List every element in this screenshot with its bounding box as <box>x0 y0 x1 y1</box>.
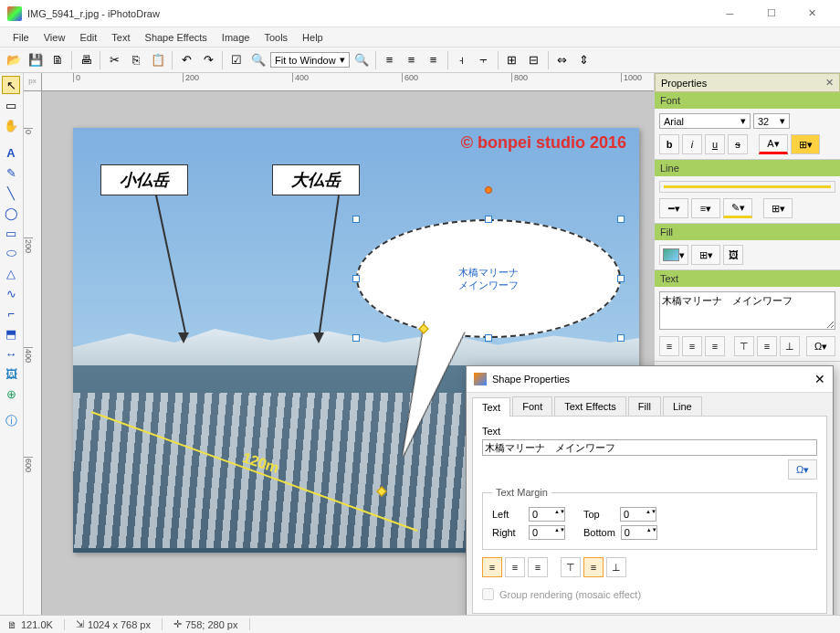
align-left-button[interactable]: ≡ <box>380 50 400 70</box>
dialog-text-input[interactable] <box>482 439 817 456</box>
dialog-titlebar[interactable]: Shape Properties ✕ <box>467 366 833 393</box>
pointer-tool[interactable]: ↖ <box>2 76 20 94</box>
minimize-button[interactable]: ─ <box>709 0 751 27</box>
info-tool[interactable]: ⓘ <box>2 412 20 430</box>
image-tool[interactable]: 🖼 <box>2 364 20 383</box>
callout-tool[interactable]: ⬒ <box>2 324 20 343</box>
fill-image-button[interactable]: 🖼 <box>723 245 743 265</box>
resize-handle-sw[interactable] <box>352 334 360 342</box>
text-align-center-button[interactable]: ≡ <box>682 336 702 356</box>
dlg-valign-top[interactable]: ⊤ <box>561 557 581 577</box>
tab-line[interactable]: Line <box>663 396 702 416</box>
copy-button[interactable]: ⎘ <box>126 50 146 70</box>
tab-font[interactable]: Font <box>512 396 552 416</box>
polyline-tool[interactable]: ⌐ <box>2 304 20 322</box>
text-align-right-button[interactable]: ≡ <box>705 336 725 356</box>
font-family-combo[interactable]: Arial▾ <box>659 113 751 129</box>
dlg-halign-right[interactable]: ≡ <box>528 557 548 577</box>
dlg-valign-mid[interactable]: ≡ <box>583 557 604 577</box>
close-button[interactable]: ✕ <box>792 0 833 27</box>
resize-handle-w[interactable] <box>352 275 360 282</box>
dlg-halign-left[interactable]: ≡ <box>482 557 502 577</box>
tab-text-effects[interactable]: Text Effects <box>554 396 626 416</box>
ungroup-button[interactable]: ⊟ <box>524 50 544 70</box>
pan-tool[interactable]: ✋ <box>2 116 20 134</box>
zoom-out-button[interactable]: 🔍 <box>248 50 268 70</box>
text-input[interactable] <box>659 291 835 330</box>
paste-button[interactable]: 📋 <box>148 50 168 70</box>
align-right-button[interactable]: ≡ <box>424 50 444 70</box>
margin-bottom-input[interactable]: ▲▼ <box>621 525 657 540</box>
rotate-handle[interactable] <box>485 186 492 194</box>
fit-height-button[interactable]: ⇕ <box>574 50 594 70</box>
save-button[interactable]: 💾 <box>26 50 46 70</box>
align-center-button[interactable]: ≡ <box>402 50 422 70</box>
menu-tools[interactable]: Tools <box>257 30 295 45</box>
tab-fill[interactable]: Fill <box>628 396 661 416</box>
resize-handle-nw[interactable] <box>352 216 360 223</box>
menu-image[interactable]: Image <box>215 30 257 45</box>
font-color-button[interactable]: A▾ <box>759 134 788 154</box>
fit-width-button[interactable]: ⇔ <box>552 50 572 70</box>
print-button[interactable]: 🖶 <box>76 50 96 70</box>
line-pattern-button[interactable]: ⊞▾ <box>763 198 793 218</box>
menu-text[interactable]: Text <box>104 30 137 45</box>
text-tool[interactable]: A <box>2 143 20 162</box>
label-box-2[interactable]: 大仏岳 <box>272 164 360 195</box>
curve-tool[interactable]: ∿ <box>2 284 20 302</box>
undo-button[interactable]: ↶ <box>176 50 196 70</box>
save-as-button[interactable]: 🗎 <box>47 50 68 70</box>
resize-handle-ne[interactable] <box>617 216 625 223</box>
rect-outline-tool[interactable]: ▭ <box>2 224 20 242</box>
tab-text[interactable]: Text <box>472 397 510 417</box>
line-color-button[interactable]: ✎▾ <box>723 198 752 218</box>
strike-button[interactable]: s <box>728 134 748 154</box>
highlight-button[interactable]: ⊞▾ <box>791 134 820 154</box>
rect-select-tool[interactable]: ▭ <box>2 96 20 114</box>
font-size-combo[interactable]: 32▾ <box>753 113 790 129</box>
dimension-tool[interactable]: ↔ <box>2 344 20 363</box>
menu-view[interactable]: View <box>37 30 73 45</box>
resize-handle-e[interactable] <box>617 275 625 282</box>
menu-help[interactable]: Help <box>295 30 331 45</box>
menu-edit[interactable]: Edit <box>72 30 104 45</box>
pen-tool[interactable]: ✎ <box>2 164 20 182</box>
text-valign-mid-button[interactable]: ≡ <box>757 336 777 356</box>
triangle-tool[interactable]: △ <box>2 264 20 282</box>
zoom-in-button[interactable]: 🔍 <box>352 50 372 70</box>
maximize-button[interactable]: ☐ <box>751 0 792 27</box>
text-valign-top-button[interactable]: ⊤ <box>734 336 754 356</box>
margin-right-input[interactable]: ▲▼ <box>529 525 565 540</box>
text-valign-bot-button[interactable]: ⊥ <box>780 336 800 356</box>
arrow-2[interactable] <box>318 195 340 339</box>
menu-file[interactable]: File <box>5 30 37 45</box>
properties-close-icon[interactable]: ✕ <box>825 77 834 89</box>
resize-handle-n[interactable] <box>485 216 492 223</box>
line-style-button[interactable]: ━▾ <box>659 198 688 218</box>
dialog-symbol-button[interactable]: Ω▾ <box>788 459 817 480</box>
cut-button[interactable]: ✂ <box>104 50 124 70</box>
ellipse-fill-tool[interactable]: ⬭ <box>2 244 20 262</box>
line-weight-button[interactable]: ≡▾ <box>691 198 720 218</box>
underline-button[interactable]: u <box>705 134 725 154</box>
zoom-combo[interactable]: Fit to Window ▾ <box>270 52 350 68</box>
toggle-button[interactable]: ☑ <box>226 50 247 70</box>
stamp-tool[interactable]: ⊕ <box>2 385 20 403</box>
menu-shape-effects[interactable]: Shape Effects <box>138 30 215 45</box>
margin-left-input[interactable]: ▲▼ <box>529 507 565 522</box>
open-button[interactable]: 📂 <box>4 50 24 70</box>
label-box-1[interactable]: 小仏岳 <box>100 164 188 195</box>
group-button[interactable]: ⊞ <box>502 50 522 70</box>
margin-top-input[interactable]: ▲▼ <box>620 507 656 522</box>
line-tool[interactable]: ╲ <box>2 184 20 202</box>
bold-button[interactable]: b <box>659 134 679 154</box>
callout-shape[interactable]: 木橋マリーナ メインワーフ <box>356 219 621 338</box>
resize-handle-s[interactable] <box>485 334 492 342</box>
insert-symbol-button[interactable]: Ω▾ <box>806 336 835 356</box>
dlg-halign-center[interactable]: ≡ <box>505 557 525 577</box>
italic-button[interactable]: i <box>682 134 702 154</box>
fill-color-button[interactable]: ▾ <box>659 245 688 265</box>
arrow-1[interactable] <box>155 195 187 337</box>
resize-handle-se[interactable] <box>617 334 625 342</box>
ellipse-outline-tool[interactable]: ◯ <box>2 204 20 222</box>
